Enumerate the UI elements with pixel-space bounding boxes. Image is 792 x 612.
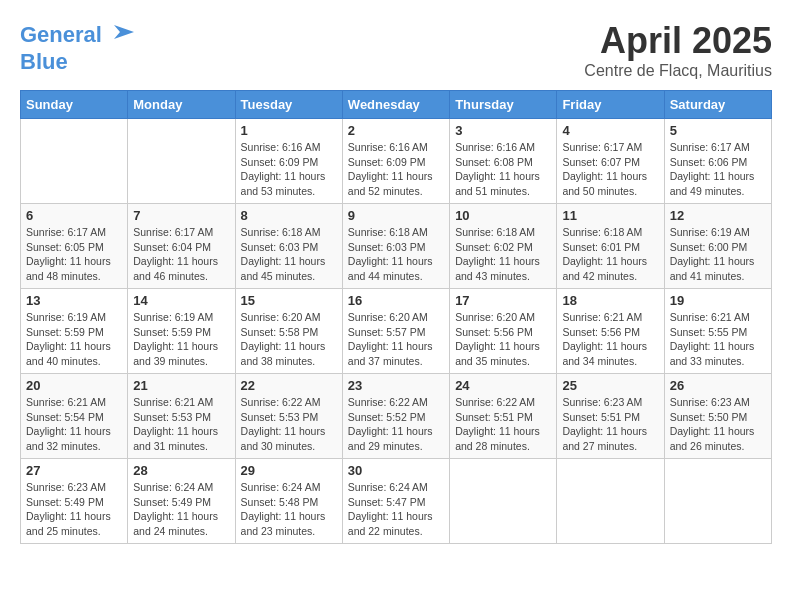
sunset: Sunset: 6:03 PM [348,240,444,255]
calendar-cell: 25 Sunrise: 6:23 AM Sunset: 5:51 PM Dayl… [557,374,664,459]
sunrise: Sunrise: 6:23 AM [670,395,766,410]
daylight: Daylight: 11 hours and 44 minutes. [348,254,444,283]
day-info: Sunrise: 6:19 AM Sunset: 5:59 PM Dayligh… [26,310,122,369]
daylight: Daylight: 11 hours and 53 minutes. [241,169,337,198]
calendar-body: 1 Sunrise: 6:16 AM Sunset: 6:09 PM Dayli… [21,119,772,544]
sunset: Sunset: 5:53 PM [133,410,229,425]
calendar-cell: 24 Sunrise: 6:22 AM Sunset: 5:51 PM Dayl… [450,374,557,459]
sunrise: Sunrise: 6:21 AM [26,395,122,410]
day-info: Sunrise: 6:17 AM Sunset: 6:05 PM Dayligh… [26,225,122,284]
calendar-cell: 1 Sunrise: 6:16 AM Sunset: 6:09 PM Dayli… [235,119,342,204]
calendar-cell: 23 Sunrise: 6:22 AM Sunset: 5:52 PM Dayl… [342,374,449,459]
daylight: Daylight: 11 hours and 27 minutes. [562,424,658,453]
calendar-cell: 3 Sunrise: 6:16 AM Sunset: 6:08 PM Dayli… [450,119,557,204]
day-number: 12 [670,208,766,223]
sunset: Sunset: 5:54 PM [26,410,122,425]
sunset: Sunset: 5:50 PM [670,410,766,425]
calendar-cell: 29 Sunrise: 6:24 AM Sunset: 5:48 PM Dayl… [235,459,342,544]
calendar-week-2: 6 Sunrise: 6:17 AM Sunset: 6:05 PM Dayli… [21,204,772,289]
weekday-header-tuesday: Tuesday [235,91,342,119]
sunrise: Sunrise: 6:23 AM [26,480,122,495]
day-info: Sunrise: 6:18 AM Sunset: 6:03 PM Dayligh… [241,225,337,284]
sunrise: Sunrise: 6:23 AM [562,395,658,410]
sunrise: Sunrise: 6:22 AM [241,395,337,410]
daylight: Daylight: 11 hours and 50 minutes. [562,169,658,198]
day-info: Sunrise: 6:20 AM Sunset: 5:57 PM Dayligh… [348,310,444,369]
calendar-cell: 13 Sunrise: 6:19 AM Sunset: 5:59 PM Dayl… [21,289,128,374]
calendar-cell [557,459,664,544]
day-number: 20 [26,378,122,393]
day-info: Sunrise: 6:23 AM Sunset: 5:51 PM Dayligh… [562,395,658,454]
calendar-cell: 20 Sunrise: 6:21 AM Sunset: 5:54 PM Dayl… [21,374,128,459]
day-number: 22 [241,378,337,393]
day-number: 4 [562,123,658,138]
calendar-week-4: 20 Sunrise: 6:21 AM Sunset: 5:54 PM Dayl… [21,374,772,459]
sunset: Sunset: 5:51 PM [562,410,658,425]
sunset: Sunset: 5:48 PM [241,495,337,510]
weekday-header-wednesday: Wednesday [342,91,449,119]
sunset: Sunset: 5:58 PM [241,325,337,340]
sunrise: Sunrise: 6:18 AM [562,225,658,240]
sunset: Sunset: 6:09 PM [241,155,337,170]
sunrise: Sunrise: 6:17 AM [26,225,122,240]
day-info: Sunrise: 6:17 AM Sunset: 6:04 PM Dayligh… [133,225,229,284]
weekday-header-monday: Monday [128,91,235,119]
daylight: Daylight: 11 hours and 22 minutes. [348,509,444,538]
calendar-cell: 17 Sunrise: 6:20 AM Sunset: 5:56 PM Dayl… [450,289,557,374]
day-info: Sunrise: 6:16 AM Sunset: 6:09 PM Dayligh… [241,140,337,199]
calendar-cell: 12 Sunrise: 6:19 AM Sunset: 6:00 PM Dayl… [664,204,771,289]
sunrise: Sunrise: 6:22 AM [348,395,444,410]
day-number: 11 [562,208,658,223]
calendar-cell: 22 Sunrise: 6:22 AM Sunset: 5:53 PM Dayl… [235,374,342,459]
calendar-cell: 14 Sunrise: 6:19 AM Sunset: 5:59 PM Dayl… [128,289,235,374]
day-number: 26 [670,378,766,393]
calendar-cell: 27 Sunrise: 6:23 AM Sunset: 5:49 PM Dayl… [21,459,128,544]
day-info: Sunrise: 6:21 AM Sunset: 5:55 PM Dayligh… [670,310,766,369]
daylight: Daylight: 11 hours and 41 minutes. [670,254,766,283]
logo: General Blue [20,20,136,74]
daylight: Daylight: 11 hours and 34 minutes. [562,339,658,368]
sunrise: Sunrise: 6:24 AM [348,480,444,495]
sunset: Sunset: 6:01 PM [562,240,658,255]
sunrise: Sunrise: 6:16 AM [241,140,337,155]
calendar-cell: 19 Sunrise: 6:21 AM Sunset: 5:55 PM Dayl… [664,289,771,374]
day-info: Sunrise: 6:22 AM Sunset: 5:53 PM Dayligh… [241,395,337,454]
daylight: Daylight: 11 hours and 26 minutes. [670,424,766,453]
daylight: Daylight: 11 hours and 31 minutes. [133,424,229,453]
daylight: Daylight: 11 hours and 49 minutes. [670,169,766,198]
daylight: Daylight: 11 hours and 48 minutes. [26,254,122,283]
day-info: Sunrise: 6:20 AM Sunset: 5:58 PM Dayligh… [241,310,337,369]
sunset: Sunset: 5:57 PM [348,325,444,340]
calendar-cell: 10 Sunrise: 6:18 AM Sunset: 6:02 PM Dayl… [450,204,557,289]
day-number: 10 [455,208,551,223]
daylight: Daylight: 11 hours and 24 minutes. [133,509,229,538]
day-number: 17 [455,293,551,308]
daylight: Daylight: 11 hours and 23 minutes. [241,509,337,538]
day-info: Sunrise: 6:18 AM Sunset: 6:01 PM Dayligh… [562,225,658,284]
day-number: 25 [562,378,658,393]
sunrise: Sunrise: 6:21 AM [133,395,229,410]
calendar-cell: 28 Sunrise: 6:24 AM Sunset: 5:49 PM Dayl… [128,459,235,544]
day-info: Sunrise: 6:22 AM Sunset: 5:51 PM Dayligh… [455,395,551,454]
calendar-cell: 30 Sunrise: 6:24 AM Sunset: 5:47 PM Dayl… [342,459,449,544]
logo-icon [106,20,136,50]
logo-text: General [20,23,102,47]
day-number: 16 [348,293,444,308]
sunset: Sunset: 6:06 PM [670,155,766,170]
day-number: 28 [133,463,229,478]
sunset: Sunset: 5:49 PM [26,495,122,510]
sunset: Sunset: 5:56 PM [562,325,658,340]
day-info: Sunrise: 6:16 AM Sunset: 6:08 PM Dayligh… [455,140,551,199]
calendar-cell: 26 Sunrise: 6:23 AM Sunset: 5:50 PM Dayl… [664,374,771,459]
day-info: Sunrise: 6:19 AM Sunset: 5:59 PM Dayligh… [133,310,229,369]
daylight: Daylight: 11 hours and 30 minutes. [241,424,337,453]
day-info: Sunrise: 6:22 AM Sunset: 5:52 PM Dayligh… [348,395,444,454]
day-info: Sunrise: 6:19 AM Sunset: 6:00 PM Dayligh… [670,225,766,284]
daylight: Daylight: 11 hours and 42 minutes. [562,254,658,283]
daylight: Daylight: 11 hours and 35 minutes. [455,339,551,368]
sunset: Sunset: 5:56 PM [455,325,551,340]
sunset: Sunset: 5:53 PM [241,410,337,425]
sunrise: Sunrise: 6:19 AM [670,225,766,240]
day-number: 27 [26,463,122,478]
calendar-cell: 21 Sunrise: 6:21 AM Sunset: 5:53 PM Dayl… [128,374,235,459]
